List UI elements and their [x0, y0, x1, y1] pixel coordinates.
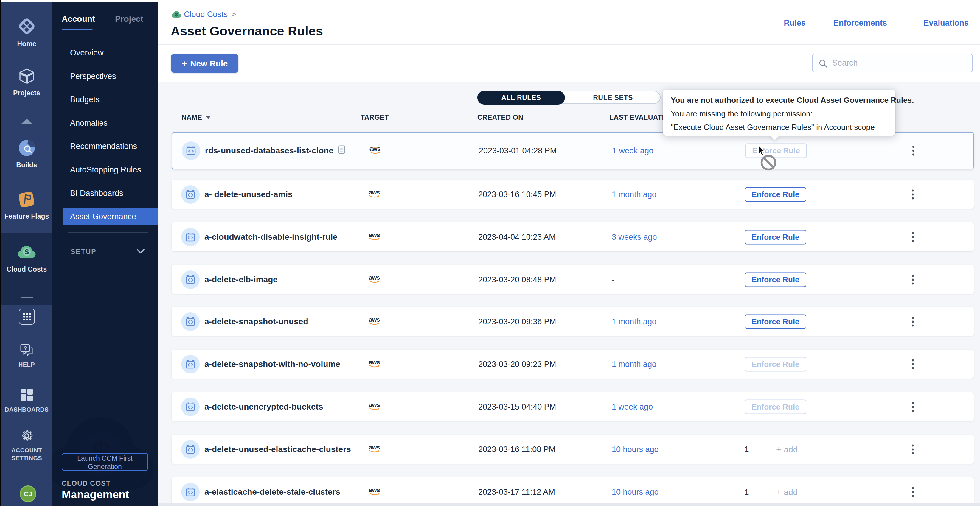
- search-icon: [818, 59, 828, 68]
- rule-name[interactable]: a-delete-unused-elasticache-clusters: [204, 445, 351, 454]
- last-evaluation[interactable]: 1 week ago: [612, 146, 654, 155]
- nav-link-evaluations[interactable]: Evaluations: [923, 19, 969, 28]
- enforce-rule-button[interactable]: Enforce Rule: [745, 400, 806, 414]
- sidebar-item-account-settings[interactable]: ACCOUNT SETTINGS: [2, 429, 52, 462]
- tooltip-line-2: You are missing the following permission…: [671, 109, 813, 119]
- kebab-dot: [912, 495, 914, 497]
- new-rule-button[interactable]: +New Rule: [171, 54, 239, 73]
- avatar[interactable]: CJ: [20, 485, 37, 502]
- sidebar-item-builds[interactable]: Builds: [2, 139, 52, 169]
- breadcrumb-link-cloud-costs[interactable]: Cloud Costs: [184, 10, 228, 19]
- sidebar-collapse-button[interactable]: [2, 117, 52, 126]
- rule-name[interactable]: a- delete-unused-amis: [204, 190, 293, 199]
- row-menu-button[interactable]: [912, 230, 914, 244]
- rule-code-icon: [185, 317, 196, 327]
- sidebar-item-home[interactable]: Home: [2, 16, 52, 48]
- rule-code-icon: [185, 360, 196, 369]
- table-row[interactable]: a- delete-unused-amis aws 2023-03-16 10:…: [172, 180, 974, 209]
- nav-item-asset-governance[interactable]: Asset Governance: [63, 208, 158, 225]
- tab-rule-sets[interactable]: RULE SETS: [565, 92, 661, 104]
- row-menu-button[interactable]: [912, 144, 915, 157]
- row-menu-button[interactable]: [912, 485, 914, 498]
- sidebar-item-dashboards[interactable]: DASHBOARDS: [2, 388, 52, 413]
- sidebar-label-builds: Builds: [2, 161, 52, 169]
- enforce-rule-button[interactable]: Enforce Rule: [745, 314, 806, 329]
- rule-name[interactable]: rds-unused-databases-list-clone: [205, 146, 333, 155]
- row-menu-button[interactable]: [912, 188, 914, 201]
- table-row[interactable]: a-delete-unused-elasticache-clusters aws…: [172, 435, 974, 464]
- svg-text:aws: aws: [369, 401, 380, 408]
- sidebar-item-help[interactable]: ? HELP: [2, 344, 52, 368]
- enforce-rule-button[interactable]: Enforce Rule: [745, 187, 806, 201]
- add-enforcement-link[interactable]: +add: [776, 444, 798, 454]
- table-row[interactable]: a-delete-elb-image aws 2023-03-20 08:48 …: [172, 265, 974, 294]
- launch-ccm-button[interactable]: Launch CCM First Generation: [62, 453, 148, 471]
- kebab-dot: [912, 402, 914, 404]
- sidebar-item-feature-flags[interactable]: Feature Flags: [2, 190, 52, 220]
- rule-name[interactable]: a-delete-unencrypted-buckets: [204, 402, 323, 412]
- nav-item-budgets[interactable]: Budgets: [70, 95, 100, 104]
- kebab-dot: [912, 278, 914, 281]
- enforce-rule-button[interactable]: Enforce Rule: [745, 357, 806, 371]
- row-menu-button[interactable]: [912, 357, 914, 371]
- table-row[interactable]: a-elasticache-delete-stale-clusters aws …: [172, 477, 974, 506]
- row-menu-button[interactable]: [912, 400, 914, 413]
- last-evaluation[interactable]: 1 month ago: [612, 360, 656, 369]
- nav-item-perspectives[interactable]: Perspectives: [70, 72, 116, 81]
- kebab-dot: [912, 189, 914, 192]
- rule-name[interactable]: a-elasticache-delete-stale-clusters: [204, 487, 340, 497]
- row-menu-button[interactable]: [912, 443, 914, 456]
- rule-name[interactable]: a-delete-snapshot-unused: [204, 317, 308, 327]
- nav-panel: $ Account Project OverviewPerspectivesBu…: [52, 2, 158, 506]
- last-evaluation[interactable]: 1 month ago: [612, 190, 656, 199]
- row-menu-button[interactable]: [912, 273, 914, 286]
- table-row[interactable]: a-cloudwatch-disable-insight-rule aws 20…: [172, 222, 974, 251]
- last-evaluation[interactable]: 1 week ago: [612, 402, 653, 411]
- tab-account[interactable]: Account: [62, 14, 95, 24]
- kebab-dot: [912, 359, 914, 361]
- copy-icon[interactable]: [338, 145, 345, 156]
- kebab-dot: [912, 146, 915, 148]
- aws-logo-icon: aws: [367, 232, 382, 243]
- svg-text:aws: aws: [369, 274, 380, 281]
- last-evaluation[interactable]: 3 weeks ago: [612, 232, 657, 241]
- created-on: 2023-03-15 04:40 PM: [478, 402, 556, 411]
- svg-text:aws: aws: [369, 316, 380, 323]
- rule-name[interactable]: a-delete-snapshot-with-no-volume: [204, 360, 340, 369]
- last-evaluation[interactable]: 10 hours ago: [612, 445, 659, 454]
- tab-project[interactable]: Project: [115, 14, 143, 24]
- nav-link-rules[interactable]: Rules: [784, 19, 806, 28]
- kebab-dot: [912, 317, 914, 319]
- tab-all-rules[interactable]: ALL RULES: [477, 91, 565, 105]
- sidebar-item-cloud-costs[interactable]: $ Cloud Costs: [2, 243, 52, 273]
- nav-item-anomalies[interactable]: Anomalies: [70, 119, 108, 128]
- created-on: 2023-03-16 10:45 PM: [478, 190, 556, 199]
- svg-text:aws: aws: [369, 145, 380, 152]
- bottom-edge: [158, 503, 980, 506]
- nav-item-autostopping-rules[interactable]: AutoStopping Rules: [70, 165, 141, 174]
- module-picker-button[interactable]: [19, 309, 35, 325]
- nav-item-bi-dashboards[interactable]: BI Dashboards: [70, 189, 123, 198]
- nav-link-enforcements[interactable]: Enforcements: [834, 19, 887, 28]
- table-row[interactable]: a-delete-unencrypted-buckets aws 2023-03…: [172, 392, 974, 421]
- rule-name[interactable]: a-delete-elb-image: [204, 275, 278, 284]
- last-evaluation[interactable]: 1 month ago: [612, 317, 656, 326]
- table-row[interactable]: a-delete-snapshot-unused aws 2023-03-20 …: [172, 307, 974, 336]
- kebab-dot: [912, 240, 914, 242]
- table-row[interactable]: a-delete-snapshot-with-no-volume aws 202…: [172, 350, 974, 379]
- main-content: $ Cloud Costs > Asset Governance Rules R…: [158, 0, 980, 506]
- column-header-name[interactable]: NAME: [181, 113, 211, 122]
- row-menu-button[interactable]: [912, 315, 914, 328]
- enforce-rule-button[interactable]: Enforce Rule: [745, 272, 806, 287]
- rule-name[interactable]: a-cloudwatch-disable-insight-rule: [204, 232, 337, 242]
- nav-item-overview[interactable]: Overview: [70, 48, 104, 57]
- table-row[interactable]: rds-unused-databases-list-clone aws 2023…: [172, 132, 974, 170]
- last-evaluation[interactable]: -: [612, 275, 614, 284]
- add-enforcement-link[interactable]: +add: [776, 487, 798, 497]
- search-input[interactable]: [832, 56, 966, 70]
- enforce-rule-button[interactable]: Enforce Rule: [745, 230, 806, 244]
- sidebar-item-projects[interactable]: Projects: [2, 67, 52, 97]
- last-evaluation[interactable]: 10 hours ago: [612, 487, 659, 496]
- nav-item-recommendations[interactable]: Recommendations: [70, 142, 137, 151]
- setup-section-toggle[interactable]: SETUP: [71, 248, 142, 256]
